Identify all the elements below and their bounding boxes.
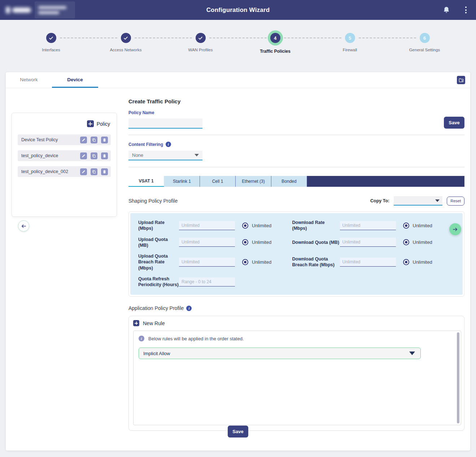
edit-policy-button[interactable] — [80, 152, 87, 159]
save-traffic-policy-button[interactable]: Save — [228, 426, 248, 437]
quota-refresh-input[interactable] — [179, 277, 235, 286]
application-profile-title: Application Policy Profile — [128, 305, 184, 311]
policy-list-panel: Policy Device Test Policy test_ — [12, 113, 117, 217]
step-connector — [359, 38, 416, 38]
rule-implicit-allow[interactable]: Implicit Allow — [139, 348, 421, 359]
delete-policy-button[interactable] — [101, 152, 108, 159]
content-filtering-select[interactable]: None — [128, 151, 202, 160]
download-breach-rate-input[interactable] — [340, 258, 396, 267]
arrow-right-icon — [453, 227, 458, 232]
new-rule-button[interactable]: New Rule — [129, 316, 464, 330]
arrow-left-icon — [21, 224, 26, 228]
chevron-down-icon — [435, 199, 440, 202]
step-connector — [284, 38, 341, 38]
step-access-networks[interactable]: Access Networks — [88, 20, 163, 72]
pencil-icon — [82, 154, 86, 158]
edit-policy-button[interactable] — [80, 137, 87, 143]
chevron-down-icon — [409, 352, 415, 355]
upload-breach-rate-input[interactable] — [179, 258, 235, 267]
step-traffic-policies[interactable]: 4 Traffic Policies — [238, 20, 313, 72]
upload-breach-rate-label: Upload Quota Breach Rate (Mbps) — [138, 253, 179, 271]
view-tab-bar: Network Device — [6, 72, 470, 88]
step-connector — [209, 38, 267, 38]
back-button[interactable] — [18, 220, 29, 232]
shaping-profile-title: Shaping Policy Profile — [128, 198, 178, 204]
tab-bonded[interactable]: Bonded — [271, 176, 307, 187]
tab-bar-filler — [307, 176, 464, 187]
step-interfaces[interactable]: Interfaces — [14, 20, 88, 72]
folder-button[interactable] — [457, 76, 465, 84]
reset-button[interactable]: Reset — [447, 197, 464, 206]
copy-to-select[interactable] — [394, 196, 442, 206]
copy-policy-button[interactable] — [91, 168, 97, 175]
upload-quota-unlimited-radio[interactable] — [242, 239, 248, 245]
save-policy-button[interactable]: Save — [444, 117, 464, 129]
rules-order-note: Below rules will be applied in the order… — [148, 336, 244, 341]
rules-box: New Rule i Below rules will be applied i… — [128, 316, 464, 431]
copy-to-label: Copy To: — [370, 198, 389, 203]
upload-breach-unlimited-radio[interactable] — [242, 259, 248, 265]
plus-icon — [87, 120, 94, 127]
copy-policy-button[interactable] — [91, 137, 97, 143]
info-icon[interactable]: i — [166, 142, 171, 147]
download-rate-unlimited-radio[interactable] — [403, 223, 409, 229]
policy-list-item[interactable]: test_policy_device — [18, 150, 111, 161]
scrollbar-thumb[interactable] — [457, 332, 459, 423]
download-rate-label: Download Rate (Mbps) — [292, 220, 340, 232]
page-title: Configuration Wizard — [0, 7, 476, 14]
trash-icon — [102, 154, 106, 158]
upload-rate-label: Upload Rate (Mbps) — [138, 220, 179, 232]
next-interface-button[interactable] — [449, 223, 461, 235]
policy-list-item[interactable]: test_policy_device_002 — [18, 166, 111, 177]
delete-policy-button[interactable] — [101, 168, 108, 175]
step-wan-profiles[interactable]: WAN Profiles — [163, 20, 238, 72]
edit-policy-button[interactable] — [80, 168, 87, 175]
step-general-settings[interactable]: 6 General Settings — [387, 20, 462, 72]
app-header: Configuration Wizard — [0, 0, 476, 20]
kebab-menu-icon[interactable] — [464, 5, 468, 15]
tab-vsat-1[interactable]: VSAT 1 — [128, 176, 164, 187]
shaping-panel: Upload Rate (Mbps) Unlimited Download Ra… — [130, 213, 463, 295]
rules-list: i Below rules will be applied in the ord… — [133, 331, 461, 425]
divider — [128, 135, 464, 135]
info-icon[interactable]: i — [186, 306, 192, 311]
interface-tab-bar: VSAT 1 Starlink 1 Cell 1 Ethernet (3) Bo… — [128, 176, 464, 187]
plus-icon — [133, 320, 139, 326]
step-firewall[interactable]: 5 Firewall — [313, 20, 387, 72]
tab-starlink-1[interactable]: Starlink 1 — [164, 176, 200, 187]
chevron-down-icon — [195, 154, 199, 156]
download-breach-rate-label: Download Quota Breach Rate (Mbps) — [292, 256, 340, 268]
delete-policy-button[interactable] — [101, 137, 108, 143]
notifications-bell-icon[interactable] — [443, 6, 450, 14]
info-icon: i — [139, 336, 144, 341]
policy-name-label: Policy Name — [128, 110, 202, 115]
policy-list-item[interactable]: Device Test Policy — [18, 134, 111, 145]
copy-icon — [92, 170, 96, 174]
download-breach-unlimited-radio[interactable] — [403, 259, 409, 265]
quota-refresh-label: Quota Refresh Periodicity (Hours) — [138, 276, 179, 288]
step-connector — [135, 38, 192, 38]
tab-network[interactable]: Network — [6, 72, 52, 88]
copy-icon — [92, 154, 96, 158]
upload-rate-input[interactable] — [179, 221, 235, 230]
main-card: Network Device Policy Device Test Policy — [6, 72, 470, 450]
download-quota-unlimited-radio[interactable] — [403, 239, 409, 245]
tab-ethernet-3[interactable]: Ethernet (3) — [236, 176, 271, 187]
copy-policy-button[interactable] — [91, 152, 97, 159]
download-quota-input[interactable] — [340, 238, 396, 247]
upload-quota-input[interactable] — [179, 238, 235, 247]
upload-rate-unlimited-radio[interactable] — [242, 223, 248, 229]
add-policy-button[interactable]: Policy — [18, 120, 110, 127]
step-connector — [60, 38, 117, 38]
divider — [128, 167, 464, 167]
download-rate-input[interactable] — [340, 221, 396, 230]
folder-icon — [459, 78, 464, 82]
check-icon — [198, 35, 203, 41]
check-icon — [123, 35, 128, 41]
pencil-icon — [82, 138, 86, 142]
create-policy-title: Create Traffic Policy — [128, 98, 464, 104]
pencil-icon — [82, 170, 86, 174]
tab-cell-1[interactable]: Cell 1 — [200, 176, 236, 187]
tab-device[interactable]: Device — [52, 72, 98, 88]
policy-name-input[interactable] — [128, 118, 202, 129]
